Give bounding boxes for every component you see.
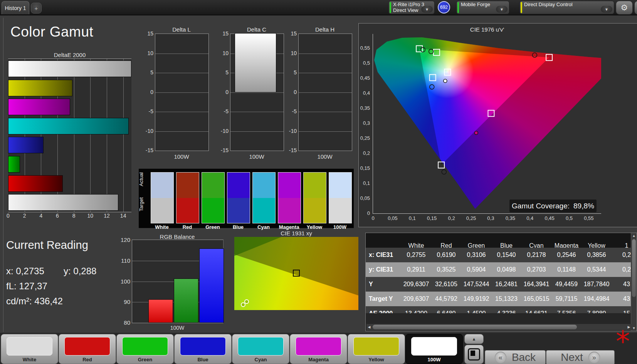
table-cell: 0,2178 [521, 248, 551, 262]
tab-history-1[interactable]: History 1 [2, 1, 29, 14]
y-tick-label: -5 [285, 108, 297, 114]
pattern-button-cyan[interactable]: Cyan [232, 334, 289, 364]
pattern-swatch [238, 337, 284, 356]
cie-y-tick-label: 0,1 [349, 180, 370, 186]
cie-x-tick-label: 0,15 [424, 215, 440, 221]
actual-marker-blue [442, 169, 446, 174]
device-dropdown-3[interactable]: Direct Display Control▼ [519, 1, 614, 14]
top-bar: History 1 + X-Rite i1Pro 3Direct View▼Mo… [0, 0, 637, 15]
cie-x-tick-label: 0,2 [444, 215, 459, 221]
cie-x-tick-label: 0,05 [385, 215, 400, 221]
chevron-down-icon[interactable]: ▼ [421, 6, 433, 13]
pattern-button-red[interactable]: Red [59, 334, 116, 364]
cie1976-overlay [373, 34, 601, 213]
swatch-label: Magenta [277, 224, 301, 230]
settings-button[interactable]: ⚙ [616, 1, 633, 15]
device-dropdown-1[interactable]: X-Rite i1Pro 3Direct View▼ [388, 1, 435, 14]
pattern-button-green[interactable]: Green [116, 334, 174, 364]
column-header-Blue: Blue [491, 238, 521, 248]
table-row[interactable]: ΔE 200013,42006,64801,45004,323614,66217… [366, 306, 632, 313]
gamut-coverage-label: Gamut Coverage: [512, 202, 570, 210]
pattern-button-white[interactable]: White [1, 334, 58, 364]
row-label: x: CIE31 [366, 248, 401, 262]
table-horizontal-scrollbar[interactable]: ◀ ▶ [366, 324, 632, 330]
table-cell: 0,1540 [491, 248, 521, 262]
table-row[interactable]: Target Y209,630744,5792149,919215,132316… [366, 292, 632, 306]
column-header-Magenta: Magenta [551, 238, 582, 248]
device-dropdown-2[interactable]: Mobile Forge▼ [456, 1, 509, 14]
table-cell: 194,4984 [582, 292, 612, 306]
pattern-button-yellow[interactable]: Yellow [348, 334, 405, 364]
table-row[interactable]: x: CIE310,27550,61900,31060,15400,21780,… [366, 248, 632, 262]
pattern-up-button[interactable]: ▲ [464, 334, 484, 344]
x-tick-label: 2 [22, 213, 28, 219]
deltae-bar-yellow [8, 80, 72, 96]
scrollbar-thumb[interactable] [632, 239, 636, 297]
y-tick-label: 15 [142, 30, 153, 37]
deltae-bar-blue [8, 137, 44, 153]
actual-swatch [278, 173, 301, 198]
cie-x-tick-label: 0 [365, 215, 381, 221]
y-tick-label: -15 [217, 147, 229, 153]
chevron-down-icon[interactable]: ▼ [601, 6, 612, 13]
pattern-button-100w[interactable]: 100W [405, 334, 463, 364]
pattern-swatch [411, 337, 457, 356]
x-tick-label: 0 [5, 213, 11, 219]
y-tick-label: 120 [116, 237, 130, 243]
target-marker-cyan [430, 74, 436, 81]
target-swatch [202, 198, 224, 223]
scroll-up-icon[interactable]: ▲ [631, 233, 637, 238]
deltae-bar-cyan [8, 118, 129, 134]
actual-swatch [202, 173, 224, 198]
partial-toolbar-button[interactable] [634, 1, 637, 15]
table-cell: 0,2911 [401, 262, 431, 277]
cie1931-title: CIE 1931 xy [234, 230, 358, 237]
column-header-Green: Green [461, 238, 491, 248]
display-icon [468, 348, 480, 361]
rgb-bar-green [174, 278, 198, 323]
pattern-swatch [64, 337, 110, 356]
scroll-down-icon[interactable]: ▼ [631, 325, 637, 331]
x-tick-label: 6 [54, 213, 61, 219]
column-header-row-label [366, 233, 401, 248]
gridline [155, 54, 208, 54]
table-row[interactable]: Y209,630732,6105147,524416,2481164,39414… [366, 277, 632, 292]
deltae-bar-100w [8, 60, 131, 77]
add-tab-button[interactable]: + [31, 3, 42, 13]
gridline [107, 59, 107, 212]
y-tick-label: -15 [285, 147, 297, 153]
chevron-down-icon[interactable]: ▼ [496, 6, 508, 13]
table-row[interactable]: y: CIE310,29110,35250,59040,04980,27030,… [366, 262, 632, 277]
swatch-label: Red [176, 224, 199, 230]
measurement-table: WhiteRedGreenBlueCyanMagentaYellow1 x: C… [365, 233, 637, 331]
meter-reading-badge[interactable]: 692 [438, 1, 450, 13]
back-button[interactable]: « Back [485, 350, 546, 364]
pattern-button-blue[interactable]: Blue [174, 334, 232, 364]
pattern-swatch [296, 337, 341, 356]
target-swatch [151, 198, 173, 223]
y-tick-label: 80 [116, 319, 130, 326]
x-tick-label: 4 [38, 213, 44, 219]
cie-x-tick-label: 0,45 [542, 215, 557, 221]
y-tick-label: 15 [217, 30, 229, 37]
cie-y-tick-label: 0,05 [349, 195, 370, 201]
device-label: Mobile Forge [461, 2, 490, 7]
display-window-button[interactable] [464, 345, 484, 364]
x-axis-label: 100W [155, 153, 208, 160]
pattern-swatch [180, 337, 226, 356]
cie1976-x-axis [373, 213, 601, 214]
cie-y-tick-label: 0,5 [349, 60, 370, 66]
column-header-1: 1 [612, 238, 632, 248]
gridline [155, 131, 208, 132]
cie-x-tick-label: 0,1 [405, 215, 420, 221]
pattern-button-magenta[interactable]: Magenta [290, 334, 347, 364]
next-button[interactable]: Next » [546, 350, 615, 364]
scroll-left-icon[interactable]: ◀ [366, 324, 372, 330]
measuring-indicator-icon: * [616, 330, 630, 353]
swatch-column-white [151, 172, 174, 223]
next-chevron-icon: » [588, 352, 600, 363]
table-vertical-scrollbar[interactable]: ▲ ▼ [631, 233, 637, 331]
swatch-column-green [202, 172, 225, 223]
scrollbar-thumb[interactable] [373, 325, 577, 329]
panel-divider [3, 18, 3, 332]
